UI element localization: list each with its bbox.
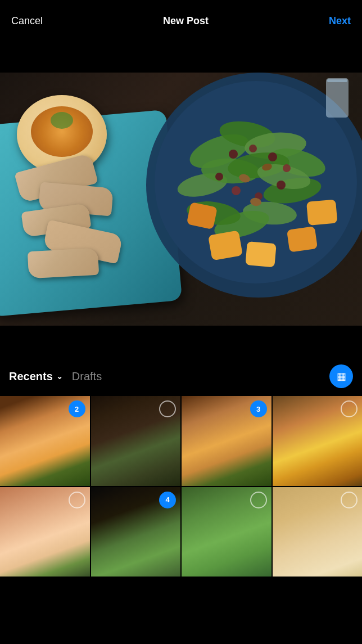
svg-point-19 <box>229 150 238 159</box>
bottom-section: Recents ⌄ Drafts ▦ 234 <box>0 357 362 644</box>
photo-cell[interactable] <box>273 487 363 577</box>
svg-point-21 <box>268 152 277 161</box>
photo-cell[interactable]: 2 <box>0 396 90 486</box>
main-image-preview <box>0 42 362 357</box>
photo-cell[interactable] <box>0 487 90 577</box>
svg-point-23 <box>277 181 286 190</box>
selection-circle <box>341 492 358 508</box>
header: Cancel New Post Next <box>0 0 362 42</box>
svg-rect-31 <box>327 79 347 82</box>
svg-rect-18 <box>306 199 337 225</box>
photo-cell[interactable] <box>273 396 363 486</box>
photo-cell[interactable]: 4 <box>91 487 181 577</box>
photo-cell[interactable]: 3 <box>182 396 272 486</box>
multi-select-icon: ▦ <box>337 370 346 382</box>
svg-point-25 <box>232 186 241 195</box>
selection-circle <box>250 492 267 508</box>
selection-badge: 4 <box>159 492 176 508</box>
svg-point-22 <box>283 164 291 172</box>
svg-point-26 <box>215 173 223 181</box>
photo-cell[interactable] <box>91 396 181 486</box>
svg-rect-14 <box>208 230 243 260</box>
food-svg <box>0 73 362 326</box>
food-image <box>0 73 362 326</box>
next-button[interactable]: Next <box>329 15 351 27</box>
cancel-button[interactable]: Cancel <box>11 15 43 27</box>
selection-circle <box>69 492 85 508</box>
selection-circle <box>341 400 358 417</box>
multi-select-button[interactable]: ▦ <box>329 364 353 388</box>
svg-rect-30 <box>326 78 349 118</box>
selection-badge: 2 <box>69 400 85 417</box>
selection-badge: 3 <box>250 400 267 417</box>
svg-rect-15 <box>245 241 276 267</box>
photo-grid: 234 <box>0 396 362 577</box>
svg-rect-16 <box>287 226 318 253</box>
drafts-label[interactable]: Drafts <box>72 370 102 383</box>
page-title: New Post <box>163 15 209 27</box>
chevron-down-icon: ⌄ <box>56 372 63 381</box>
photo-cell[interactable] <box>182 487 272 577</box>
svg-point-20 <box>249 145 257 152</box>
recents-bar: Recents ⌄ Drafts ▦ <box>0 357 362 396</box>
selection-circle <box>159 400 176 417</box>
recents-text: Recents <box>9 370 53 383</box>
recents-label[interactable]: Recents ⌄ <box>9 370 63 383</box>
